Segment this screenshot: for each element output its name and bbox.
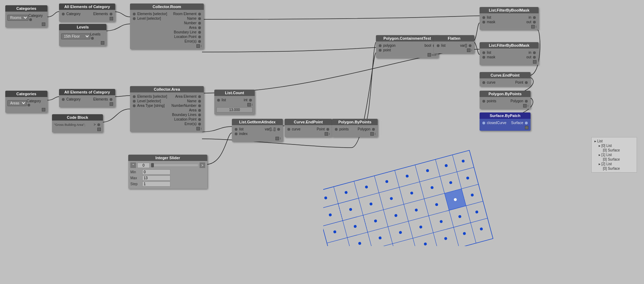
svg-line-3 xyxy=(327,201,483,243)
list-filter-bool1-header: List.FilterByBoolMask xyxy=(480,7,539,13)
svg-line-6 xyxy=(354,181,378,246)
checkbox[interactable] xyxy=(533,60,536,64)
list-tree-item[interactable]: ▸ [2] List xyxy=(594,162,634,166)
list-tree-item[interactable]: ▸ List xyxy=(594,139,634,143)
checkbox[interactable] xyxy=(523,104,527,108)
slider-increment[interactable]: > xyxy=(200,162,205,168)
svg-line-5 xyxy=(334,187,357,246)
polygon-containment-header: Polygon.ContainmentTest xyxy=(376,35,438,41)
list-count-node: List.Count list int I 13.000 xyxy=(214,90,255,115)
checkbox[interactable] xyxy=(97,128,101,131)
slider-min[interactable] xyxy=(142,169,170,175)
svg-point-52 xyxy=(480,227,483,231)
list-filter-bool2-body: list in mask out xyxy=(480,49,539,65)
list-filter-bool1-body: list in mask out I xyxy=(480,13,539,30)
list-getitem-node: List.GetItemAtIndex list var[]..[] index… xyxy=(232,119,283,142)
svg-point-20 xyxy=(461,159,465,163)
svg-point-14 xyxy=(344,191,348,194)
polygon-containment-body: polygon bool point xxx xyxy=(376,41,438,58)
all-elements-areas-node: All Elements of Category Category Elemen… xyxy=(59,89,115,107)
checkbox[interactable] xyxy=(428,53,431,57)
collector-area-node: Collector.Area Elements [selector] Area … xyxy=(130,86,204,132)
svg-point-27 xyxy=(449,181,453,185)
svg-point-17 xyxy=(405,174,409,178)
categories-rooms-node: Categories Rooms Category xyxy=(5,5,47,27)
areas-select[interactable]: Areas xyxy=(7,100,27,106)
integer-slider-node: Integer Slider ⌃ > Min Max Step xyxy=(128,155,207,189)
levels-select[interactable]: 15th Floor xyxy=(61,33,90,39)
checkbox[interactable] xyxy=(531,25,535,28)
list-count-header: List.Count xyxy=(214,90,255,96)
svg-point-25 xyxy=(410,191,414,195)
svg-point-38 xyxy=(358,242,362,245)
checkbox[interactable] xyxy=(42,108,45,111)
curve-endpoint-area-header: Curve.EndPoint xyxy=(285,119,332,125)
collector-room-header: Collector.Room xyxy=(130,4,204,10)
svg-point-39 xyxy=(378,236,382,240)
checkbox[interactable] xyxy=(525,126,528,129)
slider-max[interactable] xyxy=(142,175,170,181)
list-tree-item[interactable]: ▸ [0] List xyxy=(594,143,634,148)
svg-line-9 xyxy=(415,165,438,246)
svg-line-8 xyxy=(395,170,418,246)
svg-point-40 xyxy=(399,231,402,234)
surface-bypatch-body: closedCurve Surface xyxy=(480,119,531,131)
svg-point-15 xyxy=(365,185,368,189)
checkbox[interactable] xyxy=(42,22,45,26)
checkbox[interactable] xyxy=(110,102,113,106)
all-elements-areas-body: Category Elements xyxy=(59,95,115,107)
svg-point-43 xyxy=(458,215,462,218)
slider-step[interactable] xyxy=(142,181,170,187)
flatten-body: list var[] I xyxy=(434,41,474,53)
collector-area-header: Collector.Area xyxy=(130,86,204,92)
code-block-header: Code Block xyxy=(52,114,103,121)
rooms-select[interactable]: Rooms xyxy=(7,15,28,21)
polygon-bypoints-area-header: Polygon.ByPoints xyxy=(332,119,378,125)
collector-room-node: Collector.Room Elements [selector] Room … xyxy=(130,4,204,49)
checkbox[interactable] xyxy=(467,49,470,52)
curve-endpoint-top-header: Curve.EndPoint xyxy=(480,72,531,78)
levels-node: Levels 15th Floor Levels xyxy=(59,24,106,46)
polygon-bypoints-top-body: points Polygon I xyxy=(480,97,531,109)
categories-areas-body: Areas Category xyxy=(5,97,47,113)
checkbox[interactable] xyxy=(101,41,104,45)
checkbox[interactable] xyxy=(110,17,113,20)
checkbox[interactable] xyxy=(275,137,279,140)
levels-header: Levels xyxy=(59,24,106,30)
slider-input[interactable] xyxy=(137,163,150,168)
collector-room-body: Elements [selector] Room Element Level [… xyxy=(130,10,204,49)
list-tree-item[interactable]: [0] Surface xyxy=(594,157,634,162)
svg-point-42 xyxy=(440,220,443,223)
checkbox[interactable] xyxy=(196,44,200,48)
list-filter-bool2-node: List.FilterByBoolMask list in mask out xyxy=(480,42,539,65)
svg-point-16 xyxy=(385,180,389,183)
canvas-background: Categories Rooms Category All Elements o… xyxy=(0,0,644,284)
svg-point-29 xyxy=(333,230,337,234)
svg-line-7 xyxy=(375,176,398,246)
list-count-value: 13.000 xyxy=(216,107,253,112)
flatten-header: Flatten xyxy=(434,35,474,41)
flatten-node: Flatten list var[] I xyxy=(434,35,474,53)
svg-point-34 xyxy=(435,203,438,206)
floorplan-svg xyxy=(323,134,506,246)
all-elements-rooms-body: Category Elements xyxy=(59,10,115,22)
all-elements-areas-header: All Elements of Category xyxy=(59,89,115,95)
slider-decrement[interactable]: ⌃ xyxy=(130,162,136,168)
categories-rooms-body: Rooms Category xyxy=(5,12,47,27)
surface-bypatch-header: Surface.ByPatch xyxy=(480,112,531,119)
svg-point-13 xyxy=(324,196,327,200)
list-tree-item[interactable]: [0] Surface xyxy=(594,166,634,171)
svg-point-26 xyxy=(430,186,434,189)
list-tree-item[interactable]: [0] Surface xyxy=(594,148,634,153)
collector-area-body: Elements [selector] Area Element Level [… xyxy=(130,92,204,132)
svg-point-19 xyxy=(444,164,448,167)
svg-point-49 xyxy=(424,242,427,246)
list-tree-item[interactable]: ▸ [1] List xyxy=(594,153,634,157)
curve-endpoint-top-body: curve Point xyxy=(480,78,531,86)
svg-point-23 xyxy=(369,202,373,206)
checkbox[interactable] xyxy=(247,103,251,106)
svg-line-54 xyxy=(363,215,367,232)
list-getitem-body: list var[]..[] index I xyxy=(232,125,283,142)
checkbox[interactable] xyxy=(196,127,200,130)
list-getitem-header: List.GetItemAtIndex xyxy=(232,119,283,125)
